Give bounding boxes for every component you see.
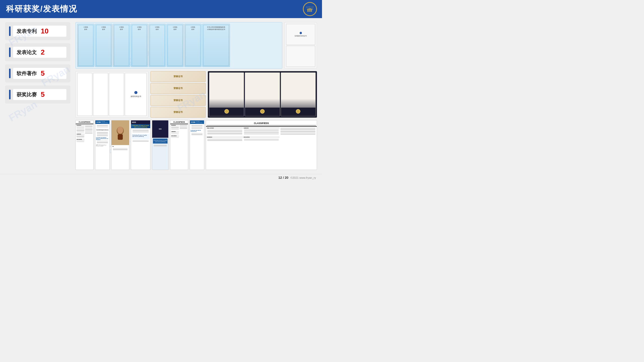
classifieds-2-col-2	[179, 125, 188, 138]
photo-2-content: Celebrating 10 years of quality open acc…	[152, 138, 168, 170]
stat-blue-bar-papers	[9, 48, 11, 57]
invention-patent-group: 🅓 发明专利证书	[75, 71, 148, 118]
stat-white-box-software: 软件著作 5	[13, 68, 66, 79]
classifieds-header-2: CLASSIFIEDS	[170, 120, 188, 124]
svg-point-7	[117, 127, 123, 134]
cert-honor-1: 荣誉证书	[150, 71, 206, 82]
stat-blue-bar-patents	[9, 26, 11, 36]
cert-honor-2: 荣誉证书	[150, 83, 206, 94]
right-panel: 计算机软件 计算机软件 计算机软件 计算机软件 计算机软件 计算机软件	[75, 22, 317, 170]
cert-software-3: 计算机软件	[113, 24, 130, 67]
university-logo: 四川理工大学	[303, 2, 317, 16]
publications-row: CLASSIFIEDS BUSINESS CAREERS EDUCATION	[75, 120, 317, 170]
cert-honor-label-2: 荣誉证书	[174, 87, 183, 90]
cert-dark-bottom-3	[281, 108, 315, 115]
stat-label-papers: 发表论文	[17, 49, 37, 56]
svg-rect-8	[118, 134, 123, 140]
stat-card-software: 软件著作 5	[5, 64, 70, 82]
cert-software-4: 计算机软件	[131, 24, 148, 67]
cert-software-6: 计算机软件	[167, 24, 184, 67]
utility-patent-group: 🅓 实用新型专利证书	[284, 22, 317, 69]
dark-cert-group	[208, 71, 317, 118]
ieee-banner-1: Celebrating 10 years of quality open acc…	[131, 124, 150, 128]
stat-card-papers: 发表论文 2	[5, 43, 70, 61]
col-title-business: BUSINESS	[207, 136, 243, 138]
software-copyright-group: 计算机软件 计算机软件 计算机软件 计算机软件 计算机软件 计算机软件	[75, 22, 282, 69]
svg-rect-3	[311, 9, 312, 12]
stat-white-box-awards: 获奖比赛 5	[13, 89, 66, 100]
cert-honor-label-4: 荣誉证书	[174, 111, 183, 114]
ieee-header-1: IEEE	[131, 120, 150, 124]
publication-classifieds-2: CLASSIFIEDS BUSINESS CAREERS EDUCATION	[170, 120, 188, 170]
page-title: 科研获奖/发表情况	[6, 4, 77, 15]
acme-logo-bar-2: ACME DIGITALCOLLECTION	[190, 120, 204, 124]
classifieds-col-2	[85, 125, 93, 143]
cert-label-7: 计算机软件	[191, 26, 195, 31]
svg-marker-5	[307, 8, 313, 9]
stat-label-awards: 获奖比赛	[17, 91, 37, 98]
cert-inv-main: 🅓 发明专利证书	[125, 73, 147, 116]
col-title-education: EDUCATION	[243, 136, 280, 138]
cert-dark-3	[281, 72, 316, 116]
stat-number-patents: 10	[41, 27, 49, 35]
photo-image-1	[111, 120, 129, 145]
cert-software-7: 计算机软件	[184, 24, 202, 67]
acme-promo-1: ELSEVIER CAN KIMICAL BAJPLZT INTRODUCES …	[96, 137, 109, 140]
cert-inv-3	[109, 73, 124, 116]
acme-promo-2: ELSEVIER CAN KIMICAL INTRODUCES	[191, 130, 203, 132]
cert-row-1: 计算机软件 计算机软件 计算机软件 计算机软件 计算机软件 计算机软件	[75, 22, 317, 69]
cert-software-5: 计算机软件	[149, 24, 166, 67]
cert-inv-1	[77, 73, 92, 116]
photo-content-1: Cal	[111, 145, 129, 152]
stat-card-patents: 发表专利 10	[5, 22, 70, 40]
stat-label-software: 软件著作	[17, 70, 37, 77]
classifieds-2-col-1: BUSINESS CAREERS EDUCATION	[171, 125, 179, 138]
classifieds-header-1: CLASSIFIEDS	[76, 120, 93, 124]
cert-utility-2	[286, 46, 315, 67]
stat-number-awards: 5	[41, 90, 45, 99]
classifieds-title-1: CLASSIFIEDS	[77, 121, 92, 123]
classifieds-large-col-3	[280, 127, 316, 170]
acme-subtitle-1: DIGITALCOLLECTION	[101, 121, 108, 123]
main-content: 发表专利 10 发表论文 2 软件著作 5	[0, 18, 322, 174]
page-separator: /	[283, 176, 284, 179]
acme-content-2: ELSEVIER CAN KIMICAL INTRODUCES	[190, 124, 204, 137]
stat-blue-bar-awards	[9, 90, 11, 99]
acme-title-1: ACME	[96, 121, 101, 123]
cert-utility-1: 🅓 实用新型专利证书	[286, 24, 315, 45]
svg-rect-1	[309, 9, 309, 12]
ieee-featured-1: Celebrating 10 years of quality open acc…	[132, 134, 149, 139]
svg-rect-0	[307, 9, 308, 12]
acme-footer-1: ABMT THE Participating in Research Initi…	[96, 145, 109, 147]
cert-dark-bottom-1	[209, 108, 244, 115]
classifieds-col-1: BUSINESS CAREERS EDUCATION	[76, 125, 85, 143]
header: 科研获奖/发表情况 四川理工大学	[0, 0, 322, 18]
total-pages: 20	[285, 176, 288, 179]
classifieds-large-title: CLASSIFIEDS	[207, 121, 316, 125]
publication-photo-2: IEEE Celebrating 10 years of quality ope…	[152, 120, 169, 170]
acme-featured-1: The 2020 Digital Collection	[96, 129, 109, 131]
cert-row-2: 🅓 发明专利证书 荣誉证书 荣誉证书 荣誉证书 荣誉证书	[75, 71, 317, 118]
cert-honor-label-3: 荣誉证书	[174, 99, 183, 102]
acme-content-1: The 2020 Digital Collection ELSEVIER CAN…	[95, 124, 109, 147]
current-page: 12	[278, 176, 282, 179]
ieee-content-1: Celebrating 10 years of quality open acc…	[131, 128, 150, 170]
stat-label-patents: 发表专利	[17, 28, 37, 35]
cert-utility-label: 实用新型专利证书	[295, 35, 307, 37]
cert-dark-bottom-2	[245, 108, 279, 115]
stat-white-box-patents: 发表专利 10	[13, 26, 66, 37]
acme-subtitle-2: DIGITALCOLLECTION	[196, 121, 203, 123]
footer-website: ©2021 www.fryan_ry	[290, 176, 316, 179]
cert-dark-1	[209, 72, 244, 116]
classifieds-large-col-2: CAREERS EDUCATION	[243, 127, 280, 170]
logo-text: 四川理工大学	[306, 6, 314, 8]
cert-label-3: 计算机软件	[119, 26, 124, 31]
stats-panel: 发表专利 10 发表论文 2 软件著作 5	[5, 22, 70, 170]
acme-logo-bar-1: ACME DIGITALCOLLECTION	[95, 120, 109, 124]
classifieds-large-cols: REAL ESTATE BUSINESS CAREERS EDUCATION	[206, 127, 317, 170]
publication-ieee-1: IEEE Celebrating 10 years of quality ope…	[131, 120, 150, 170]
publication-photo-1: Cal	[111, 120, 129, 170]
page-number: 12 / 20	[278, 176, 289, 179]
publication-classifieds-1: CLASSIFIEDS BUSINESS CAREERS EDUCATION	[75, 120, 94, 170]
ieee-title-1: IEEE	[132, 121, 136, 123]
